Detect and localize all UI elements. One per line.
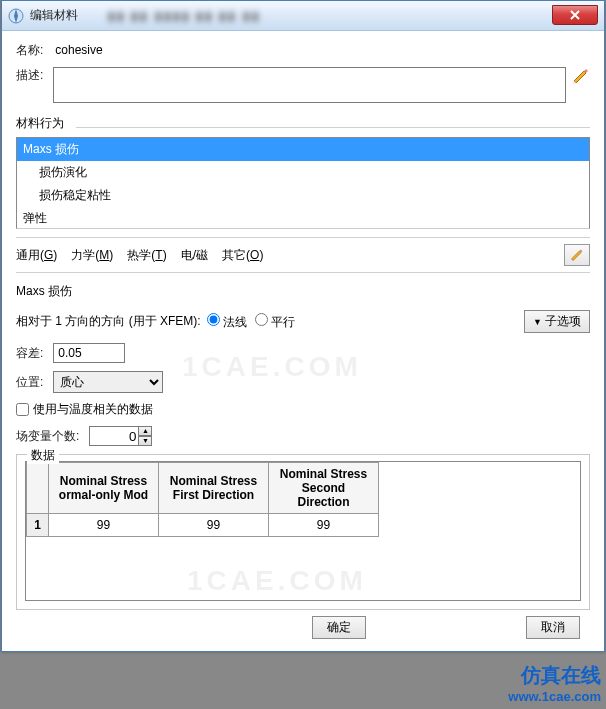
cancel-button[interactable]: 取消: [526, 616, 580, 639]
ok-button[interactable]: 确定: [312, 616, 366, 639]
close-icon: [570, 10, 580, 20]
brand-watermark: 仿真在线 www.1cae.com: [508, 662, 601, 704]
description-row: 描述:: [16, 67, 590, 103]
section-title: Maxs 损伤: [16, 283, 590, 300]
data-table[interactable]: Nominal Stressormal-only ModNominal Stre…: [26, 462, 379, 537]
behavior-item[interactable]: 损伤演化: [17, 161, 589, 184]
use-temp-data-label: 使用与温度相关的数据: [33, 401, 153, 418]
table-cell[interactable]: 99: [269, 514, 379, 537]
position-label: 位置:: [16, 374, 43, 391]
tolerance-label: 容差:: [16, 345, 43, 362]
table-row[interactable]: 1999999: [27, 514, 379, 537]
column-header[interactable]: Nominal StressSecond Direction: [269, 463, 379, 514]
name-row: 名称:: [16, 41, 590, 59]
field-var-row: 场变量个数: ▲ ▼: [16, 426, 590, 446]
material-behavior-group: 材料行为 Maxs 损伤损伤演化损伤稳定粘性弹性: [16, 113, 590, 229]
app-icon: [8, 8, 24, 24]
category-tabbar: 通用(G)力学(M)热学(T)电/磁其它(O): [16, 237, 590, 273]
position-select[interactable]: 质心: [53, 371, 163, 393]
edit-description-button[interactable]: [572, 67, 590, 88]
edit-behavior-button[interactable]: [564, 244, 590, 266]
close-button[interactable]: [552, 5, 598, 25]
tolerance-input[interactable]: [53, 343, 125, 363]
spinner-up-button[interactable]: ▲: [138, 426, 152, 436]
position-row: 位置: 质心: [16, 371, 590, 393]
use-temp-data-checkbox[interactable]: [16, 403, 29, 416]
behavior-item[interactable]: 弹性: [17, 207, 589, 229]
material-behavior-label: 材料行为: [16, 113, 590, 134]
column-header[interactable]: Nominal StressFirst Direction: [159, 463, 269, 514]
behavior-list[interactable]: Maxs 损伤损伤演化损伤稳定粘性弹性: [16, 137, 590, 229]
window-title: 编辑材料: [30, 7, 78, 24]
field-var-input[interactable]: [89, 426, 139, 446]
description-label: 描述:: [16, 67, 43, 84]
name-input[interactable]: [53, 41, 590, 59]
direction-row: 相对于 1 方向的方向 (用于 XFEM): 法线 平行 ▼ 子选项: [16, 310, 590, 333]
category-tab[interactable]: 力学(M): [71, 247, 113, 264]
table-cell[interactable]: 99: [159, 514, 269, 537]
data-table-wrap: Nominal Stressormal-only ModNominal Stre…: [25, 461, 581, 601]
titlebar-blur: ▮▮ ▮▮ ▮▮▮▮ ▮▮ ▮▮ ▮▮: [108, 9, 552, 23]
spinner-down-button[interactable]: ▼: [138, 436, 152, 446]
category-tab[interactable]: 通用(G): [16, 247, 57, 264]
content-area: 名称: 描述: 材料行为 Maxs 损伤损伤演化损伤稳定粘性弹性 通用(G)力学…: [2, 31, 604, 651]
behavior-item[interactable]: Maxs 损伤: [17, 138, 589, 161]
edit-material-window: 编辑材料 ▮▮ ▮▮ ▮▮▮▮ ▮▮ ▮▮ ▮▮ 名称: 描述: 材料行为 Ma…: [1, 0, 605, 652]
temp-data-row: 使用与温度相关的数据: [16, 401, 590, 418]
suboptions-button[interactable]: ▼ 子选项: [524, 310, 590, 333]
behavior-item[interactable]: 损伤稳定粘性: [17, 184, 589, 207]
column-header[interactable]: Nominal Stressormal-only Mod: [49, 463, 159, 514]
radio-parallel[interactable]: 平行: [255, 313, 295, 331]
tolerance-row: 容差:: [16, 343, 590, 363]
description-input[interactable]: [53, 67, 566, 103]
data-group-label: 数据: [27, 447, 59, 464]
category-tab[interactable]: 其它(O): [222, 247, 263, 264]
category-tab[interactable]: 电/磁: [181, 247, 208, 264]
chevron-down-icon: ▼: [533, 317, 542, 327]
category-tab[interactable]: 热学(T): [127, 247, 166, 264]
data-group: 数据 Nominal Stressormal-only ModNominal S…: [16, 454, 590, 610]
titlebar[interactable]: 编辑材料 ▮▮ ▮▮ ▮▮▮▮ ▮▮ ▮▮ ▮▮: [2, 1, 604, 31]
dialog-footer: 确定 取消: [16, 610, 590, 645]
table-cell[interactable]: 99: [49, 514, 159, 537]
pencil-icon: [572, 67, 590, 85]
name-label: 名称:: [16, 42, 43, 59]
pencil-icon: [570, 248, 584, 262]
field-var-label: 场变量个数:: [16, 428, 79, 445]
direction-label: 相对于 1 方向的方向 (用于 XFEM):: [16, 313, 201, 330]
radio-normal[interactable]: 法线: [207, 313, 247, 331]
